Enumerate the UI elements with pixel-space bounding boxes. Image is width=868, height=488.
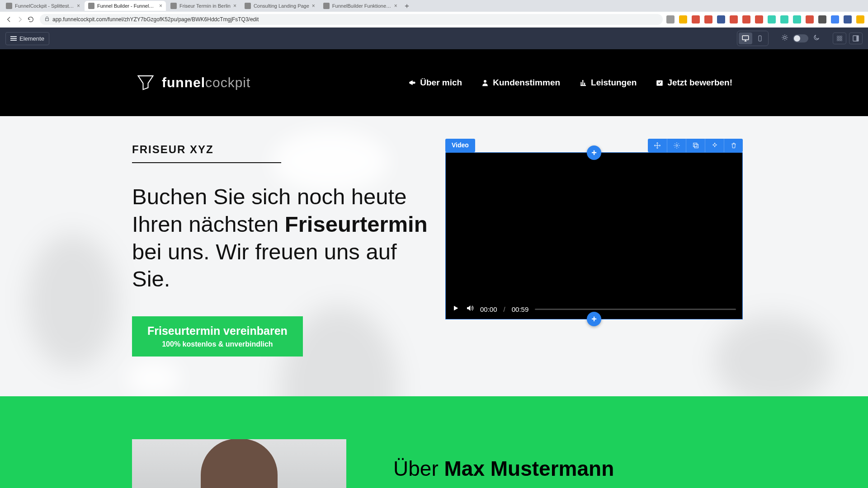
tab-close-icon[interactable]: × (233, 3, 236, 9)
svg-rect-9 (694, 144, 698, 148)
tab-close-icon[interactable]: × (77, 3, 80, 9)
browser-tab[interactable]: FunnelBuilder Funktionen & El × (320, 1, 401, 11)
hero-text-column[interactable]: FRISEUR XYZ Buchen Sie sich noch heute I… (0, 143, 434, 357)
duplicate-element-button[interactable] (686, 139, 705, 152)
nav-item-testimonials[interactable]: Kundenstimmen (481, 78, 560, 88)
url-text: app.funnelcockpit.com/funnel/zhYZY7bGzgo… (52, 16, 259, 23)
grid-toggle-button[interactable] (833, 33, 846, 44)
add-element-above-button[interactable]: + (587, 145, 601, 160)
tab-title: FunnelBuilder Funktionen & El (332, 3, 392, 9)
element-type-label[interactable]: Video (445, 139, 475, 152)
extension-icon[interactable] (730, 15, 738, 23)
delete-element-button[interactable] (724, 139, 743, 152)
tab-close-icon[interactable]: × (159, 3, 162, 9)
headline-bold: Friseurtermin (285, 212, 428, 236)
play-button[interactable] (452, 305, 459, 314)
elements-button-label: Elemente (19, 35, 44, 42)
tab-strip: FunnelCockpit - Splittests, Ma × Funnel … (0, 0, 868, 12)
gear-icon (673, 142, 680, 149)
nav-label: Jetzt bewerben! (667, 78, 732, 88)
back-button[interactable] (4, 14, 14, 25)
extension-icon[interactable] (768, 15, 776, 23)
hero-headline[interactable]: Buchen Sie sich noch heute Ihren nächste… (132, 183, 434, 293)
reload-button[interactable] (25, 14, 36, 25)
divider-line (132, 162, 281, 163)
extension-icon[interactable] (704, 15, 712, 23)
video-current-time: 00:00 (480, 305, 497, 313)
extension-icon[interactable] (856, 15, 864, 23)
svg-point-5 (484, 80, 486, 83)
forward-button[interactable] (14, 14, 25, 25)
extension-icon[interactable] (742, 15, 750, 23)
calendar-check-icon (656, 79, 664, 87)
video-player[interactable]: + 00:00 / 00:59 (445, 152, 743, 319)
theme-toggle[interactable] (793, 34, 808, 42)
extension-icon[interactable] (793, 15, 801, 23)
cta-title: Friseurtermin vereinbaren (147, 324, 288, 338)
trash-icon (730, 142, 737, 149)
desktop-view-button[interactable] (739, 33, 752, 44)
element-settings-button[interactable] (667, 139, 686, 152)
extension-icon[interactable] (818, 15, 826, 23)
hero-section[interactable]: FRISEUR XYZ Buchen Sie sich noch heute I… (0, 116, 868, 396)
video-element-selected[interactable]: Video (445, 139, 743, 319)
extension-icon[interactable] (806, 15, 814, 23)
svg-rect-0 (742, 36, 749, 40)
move-element-button[interactable] (648, 139, 667, 152)
tab-close-icon[interactable]: × (312, 3, 315, 9)
move-icon (654, 142, 661, 149)
video-progress-track[interactable] (535, 309, 736, 310)
nav-item-services[interactable]: Leistungen (579, 78, 637, 88)
nav-item-apply[interactable]: Jetzt bewerben! (656, 78, 732, 88)
hero-eyebrow: FRISEUR XYZ (132, 143, 434, 156)
video-time-separator: / (504, 305, 505, 313)
extension-icon[interactable] (780, 15, 788, 23)
arrow-right-icon (16, 16, 24, 23)
logo-text-part1: funnel (162, 75, 205, 90)
browser-tab[interactable]: FunnelCockpit - Splittests, Ma × (2, 1, 84, 11)
sparkle-icon (711, 142, 718, 149)
grid-icon (836, 35, 843, 42)
browser-toolbar: app.funnelcockpit.com/funnel/zhYZY7bGzgo… (0, 12, 868, 27)
site-logo[interactable]: funnelcockpit (136, 73, 250, 93)
new-tab-button[interactable]: ＋ (402, 1, 412, 11)
mobile-icon (757, 34, 763, 42)
extension-icon[interactable] (666, 15, 675, 23)
elements-panel-button[interactable]: Elemente (5, 32, 49, 45)
profile-avatar-icon[interactable] (844, 15, 852, 23)
add-element-below-button[interactable]: + (587, 312, 601, 326)
extension-icon[interactable] (692, 15, 700, 23)
extension-icon[interactable] (831, 15, 839, 23)
tab-title: Funnel Builder - FunnelCockpit (97, 3, 156, 9)
mobile-view-button[interactable] (753, 33, 767, 44)
element-ai-button[interactable] (705, 139, 724, 152)
main-navigation: Über mich Kundenstimmen Leistungen Jetzt… (408, 78, 732, 88)
volume-button[interactable] (466, 304, 474, 314)
url-bar[interactable]: app.funnelcockpit.com/funnel/zhYZY7bGzgo… (40, 14, 663, 25)
star-icon[interactable] (679, 15, 687, 23)
hero-cta-button[interactable]: Friseurtermin vereinbaren 100% kostenlos… (132, 316, 303, 357)
tab-close-icon[interactable]: × (394, 3, 397, 9)
svg-point-7 (676, 145, 678, 146)
video-total-time: 00:59 (512, 305, 529, 313)
tab-title: Consulting Landing Page (254, 3, 309, 9)
sidebar-toggle-button[interactable] (849, 33, 863, 44)
logo-text-part2: cockpit (205, 75, 250, 90)
page-header[interactable]: funnelcockpit Über mich Kundenstimmen Le… (0, 49, 868, 116)
editor-canvas[interactable]: funnelcockpit Über mich Kundenstimmen Le… (0, 49, 868, 488)
portrait-silhouette (201, 439, 278, 488)
nav-label: Kundenstimmen (493, 78, 560, 88)
about-portrait-image[interactable] (132, 439, 346, 488)
browser-tab[interactable]: Funnel Builder - FunnelCockpit × (85, 1, 166, 11)
svg-rect-8 (693, 143, 697, 147)
about-title-pre: Über (393, 457, 444, 480)
theme-switcher (781, 34, 820, 43)
desktop-icon (741, 34, 750, 42)
about-section[interactable]: Über Max Mustermann (0, 396, 868, 488)
extension-icon[interactable] (717, 15, 725, 23)
nav-item-about[interactable]: Über mich (408, 78, 462, 88)
browser-tab[interactable]: Friseur Termin in Berlin × (167, 1, 240, 11)
about-heading[interactable]: Über Max Mustermann (393, 456, 614, 481)
extension-icon[interactable] (755, 15, 763, 23)
browser-tab[interactable]: Consulting Landing Page × (241, 1, 319, 11)
